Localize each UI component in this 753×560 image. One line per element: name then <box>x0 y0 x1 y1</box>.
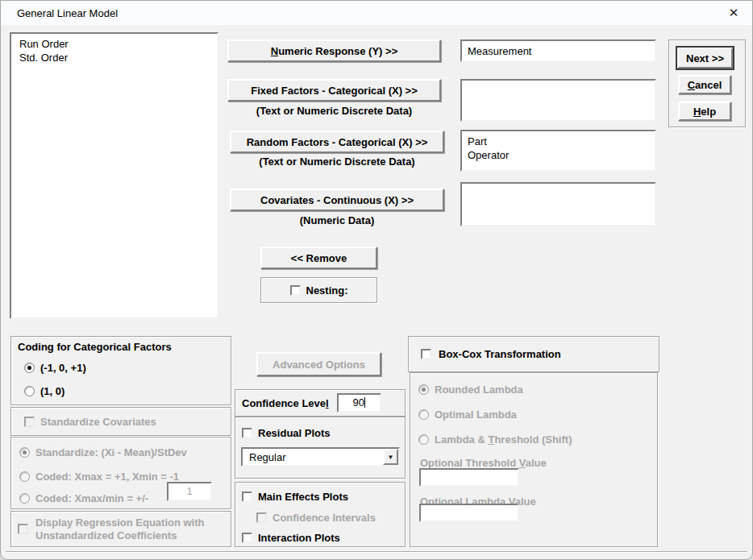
coding-title: Coding for Categorical Factors <box>18 341 224 353</box>
coded-xmaxmin-radio <box>19 493 30 504</box>
residual-plots-row[interactable]: Residual Plots <box>242 427 405 439</box>
residual-type-combobox[interactable]: Regular ▼ <box>241 447 400 467</box>
standardize-option-label: Standardize: (Xi - Mean)/StDev <box>35 446 187 458</box>
lambda-threshold-row: Lambda & Threshold (Shift) <box>418 433 657 446</box>
random-factor-item[interactable]: Part <box>468 135 649 148</box>
coding-option-row[interactable]: (-1, 0, +1) <box>24 362 224 374</box>
boxcox-options-groupbox: Rounded Lambda Optimal Lambda Lambda & T… <box>410 372 658 547</box>
confidence-intervals-row: Confidence Intervals <box>256 512 405 524</box>
coded-value-input: 1 <box>167 482 212 501</box>
confidence-level-label: Confidence Level <box>242 397 329 409</box>
coding-option-row[interactable]: (1, 0) <box>24 385 224 397</box>
dialog-title: General Linear Model <box>17 7 118 19</box>
coding-option-label: (-1, 0, +1) <box>40 362 86 374</box>
nesting-group: Nesting: <box>260 277 377 303</box>
fixed-factors-button[interactable]: Fixed Factors - Categorical (X) >> <box>227 79 441 102</box>
covariates-button[interactable]: Covariates - Continuous (X) >> <box>230 189 444 211</box>
text-caret <box>364 397 365 408</box>
lambda-threshold-label: Lambda & Threshold (Shift) <box>435 433 572 446</box>
advanced-options-label: Advanced Options <box>272 359 365 371</box>
random-factors-note: (Text or Numeric Discrete Data) <box>230 156 444 168</box>
optimal-lambda-radio <box>418 409 429 420</box>
cancel-button[interactable]: Cancel <box>678 75 731 94</box>
random-factors-label: Random Factors - Categorical (X) >> <box>247 136 428 148</box>
numeric-response-label: Numeric Response (Y) >> <box>271 45 398 57</box>
main-effects-row[interactable]: Main Effects Plots <box>242 491 405 503</box>
optional-threshold-input <box>419 468 519 487</box>
optimal-lambda-row: Optimal Lambda <box>418 409 657 421</box>
main-effects-checkbox[interactable] <box>242 492 252 502</box>
residual-plots-label: Residual Plots <box>258 427 331 439</box>
nesting-label: Nesting: <box>306 284 348 297</box>
standardize-radio <box>19 447 30 458</box>
display-equation-groupbox: Display Regression Equation with Unstand… <box>10 511 231 547</box>
fixed-factors-label: Fixed Factors - Categorical (X) >> <box>251 85 418 97</box>
title-bar: General Linear Model ✕ <box>1 1 752 25</box>
standardize-groupbox: Standardize Covariates <box>10 407 231 436</box>
coding-groupbox: Coding for Categorical Factors (-1, 0, +… <box>10 336 231 405</box>
residual-type-value: Regular <box>243 449 383 465</box>
coding-radio-minus1-0-plus1[interactable] <box>24 363 35 373</box>
variables-listbox[interactable]: Run Order Std. Order <box>10 32 218 319</box>
covariates-note: (Numeric Data) <box>230 214 444 226</box>
confidence-level-input[interactable]: 90 <box>337 393 381 413</box>
coding-radio-1-0[interactable] <box>24 386 35 396</box>
standardize-covariates-label: Standardize Covariates <box>40 416 156 428</box>
help-label: Help <box>693 106 716 118</box>
covariates-field[interactable] <box>460 182 656 226</box>
close-icon[interactable]: ✕ <box>725 6 743 20</box>
standardize-option-row: Standardize: (Xi - Mean)/StDev <box>19 446 231 458</box>
confidence-groupbox: Confidence Level 90 <box>235 389 406 417</box>
interaction-plots-row[interactable]: Interaction Plots <box>242 532 405 544</box>
help-button[interactable]: Help <box>678 102 731 121</box>
general-linear-model-dialog: General Linear Model ✕ Run Order Std. Or… <box>0 0 753 560</box>
nesting-checkbox[interactable] <box>290 285 301 296</box>
random-factor-item[interactable]: Operator <box>468 148 649 162</box>
effects-groupbox: Main Effects Plots Confidence Intervals … <box>235 482 406 547</box>
boxcox-checkbox[interactable] <box>421 349 431 359</box>
interaction-plots-checkbox[interactable] <box>242 533 252 543</box>
response-field[interactable]: Measurement <box>460 39 656 62</box>
standardize-option-row: Coded: Xmax = +1, Xmin = -1 <box>19 471 231 483</box>
optimal-lambda-label: Optimal Lambda <box>435 409 517 421</box>
random-factors-button[interactable]: Random Factors - Categorical (X) >> <box>230 131 444 153</box>
remove-label: << Remove <box>291 252 347 264</box>
interaction-plots-label: Interaction Plots <box>258 532 340 544</box>
standardize-covariates-checkbox <box>24 417 35 427</box>
rounded-lambda-row: Rounded Lambda <box>418 384 657 396</box>
next-button[interactable]: Next >> <box>677 48 733 68</box>
rounded-lambda-radio <box>418 384 429 395</box>
list-item[interactable]: Run Order <box>11 37 217 51</box>
cancel-label: Cancel <box>688 79 722 91</box>
standardize-option-label: Coded: Xmax = +1, Xmin = -1 <box>35 471 179 483</box>
display-equation-checkbox <box>18 524 28 534</box>
coded-xmax-radio <box>19 471 30 482</box>
bottom-divider <box>6 551 747 553</box>
optional-threshold-label: Optional Threshold Value <box>420 457 657 469</box>
dropdown-button[interactable]: ▼ <box>383 449 398 465</box>
remove-button[interactable]: << Remove <box>260 247 377 269</box>
boxcox-label: Box-Cox Transformation <box>439 348 561 360</box>
residual-plots-checkbox[interactable] <box>242 428 252 438</box>
main-effects-label: Main Effects Plots <box>258 491 348 503</box>
boxcox-groupbox: Box-Cox Transformation <box>408 336 659 372</box>
next-label: Next >> <box>686 52 724 64</box>
covariates-label: Covariates - Continuous (X) >> <box>260 194 414 206</box>
fixed-factors-field[interactable] <box>460 79 656 122</box>
random-factors-field[interactable]: Part Operator <box>460 130 656 172</box>
confidence-intervals-label: Confidence Intervals <box>272 512 376 524</box>
coding-option-label: (1, 0) <box>40 385 64 397</box>
residual-groupbox: Residual Plots Regular ▼ <box>235 417 406 479</box>
standardize-option-label: Coded: Xmax/min = +/- <box>35 492 148 504</box>
lambda-threshold-radio <box>418 434 429 445</box>
numeric-response-button[interactable]: Numeric Response (Y) >> <box>227 39 441 62</box>
optional-lambda-input <box>419 504 519 522</box>
display-equation-label: Display Regression Equation with Unstand… <box>35 516 227 542</box>
list-item[interactable]: Std. Order <box>11 51 217 64</box>
rounded-lambda-label: Rounded Lambda <box>435 384 523 396</box>
confidence-intervals-checkbox <box>256 512 267 523</box>
fixed-factors-note: (Text or Numeric Discrete Data) <box>227 105 441 117</box>
advanced-options-button: Advanced Options <box>256 352 381 376</box>
chevron-down-icon: ▼ <box>388 454 394 461</box>
